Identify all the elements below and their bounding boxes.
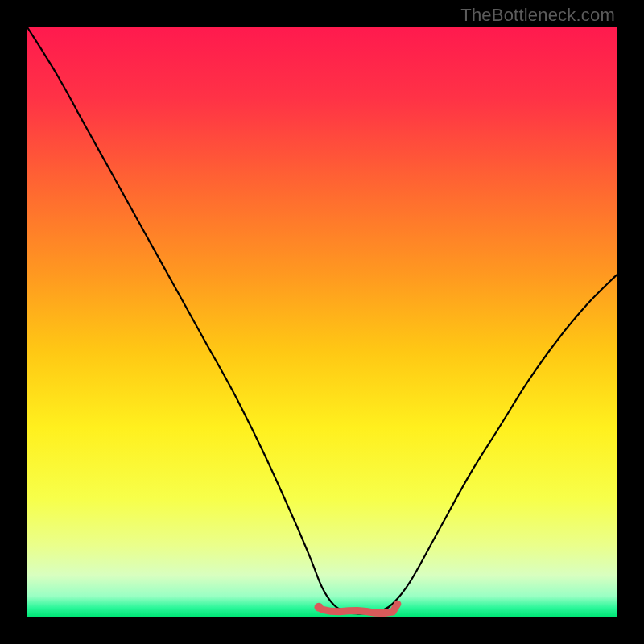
curve-layer	[27, 27, 617, 617]
optimal-start-dot	[315, 603, 324, 612]
bottleneck-curve	[27, 27, 617, 613]
chart-frame: TheBottleneck.com	[0, 0, 644, 644]
watermark-text: TheBottleneck.com	[460, 5, 615, 26]
plot-area	[27, 27, 617, 617]
